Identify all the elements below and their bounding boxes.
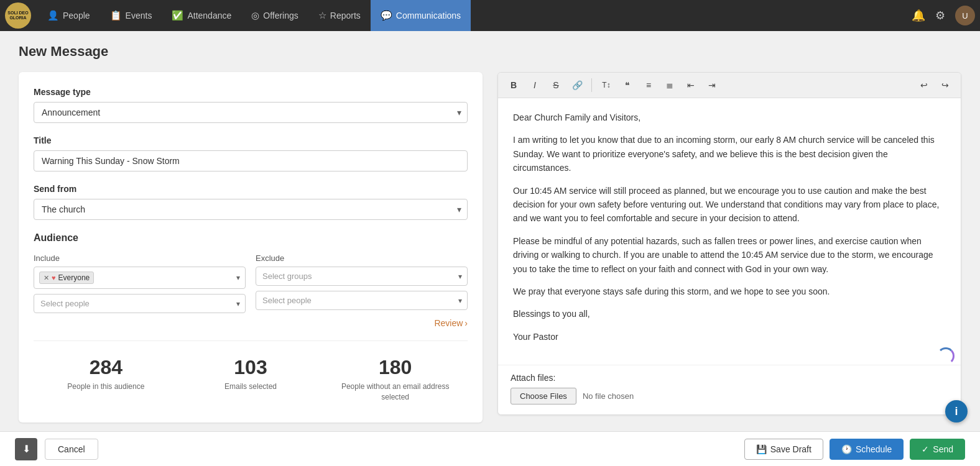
info-button[interactable]: i bbox=[945, 400, 968, 423]
reports-icon: ☆ bbox=[318, 10, 326, 21]
stat-no-email-label: People without an email address selected bbox=[328, 381, 463, 403]
link-button[interactable]: 🔗 bbox=[568, 76, 586, 94]
choose-files-button[interactable]: Choose Files bbox=[511, 388, 576, 404]
toolbar-right: ↩ ↪ bbox=[915, 76, 955, 94]
stat-emails: 103 Emails selected bbox=[178, 351, 323, 408]
offerings-icon: ◎ bbox=[251, 10, 259, 21]
exclude-groups-select[interactable]: Select groups bbox=[256, 267, 468, 286]
user-avatar[interactable]: U bbox=[955, 6, 975, 25]
bullet-list-button[interactable]: ≡ bbox=[639, 76, 658, 94]
indent-less-button[interactable]: ⇤ bbox=[682, 76, 700, 94]
attach-label: Attach files: bbox=[511, 373, 948, 383]
include-groups-select[interactable]: ✕ ♥ Everyone bbox=[34, 267, 246, 289]
editor-toolbar: B I S 🔗 T↕ ❝ ≡ ≣ ⇤ ⇥ ↩ ↪ bbox=[498, 73, 961, 98]
nav-item-events[interactable]: 📋 Events bbox=[100, 0, 162, 31]
title-input[interactable] bbox=[34, 150, 468, 171]
events-icon: 📋 bbox=[110, 10, 122, 21]
include-people-wrapper: Select people bbox=[34, 294, 246, 313]
stat-emails-count: 103 bbox=[183, 356, 318, 379]
clock-icon: 🕐 bbox=[841, 444, 852, 454]
review-link-container: Review › bbox=[34, 318, 468, 328]
stat-people-label: People in this audience bbox=[39, 381, 173, 392]
save-draft-button[interactable]: 💾 Save Draft bbox=[744, 439, 823, 460]
download-icon: ⬇ bbox=[22, 443, 30, 455]
page-wrapper: New Message Message type Announcement Ti… bbox=[0, 31, 980, 466]
italic-button[interactable]: I bbox=[525, 76, 544, 94]
send-from-group: Send from The church bbox=[34, 184, 468, 220]
people-icon: 👤 bbox=[47, 10, 59, 21]
stat-people: 284 People in this audience bbox=[34, 351, 178, 408]
editor-line-1: Dear Church Family and Visitors, bbox=[513, 111, 946, 124]
nav-item-reports[interactable]: ☆ Reports bbox=[308, 0, 371, 31]
editor-line-7: Your Pastor bbox=[513, 330, 946, 344]
send-from-select[interactable]: The church bbox=[34, 199, 468, 220]
review-link[interactable]: Review › bbox=[434, 318, 468, 328]
app-logo[interactable]: SOLI DEO GLORIA bbox=[5, 2, 31, 29]
exclude-people-select[interactable]: Select people bbox=[256, 291, 468, 310]
message-type-select-wrapper: Announcement bbox=[34, 102, 468, 123]
settings-gear-icon[interactable]: ⚙ bbox=[935, 9, 945, 22]
include-label: Include bbox=[34, 254, 246, 263]
bold-button[interactable]: B bbox=[504, 76, 523, 94]
schedule-button[interactable]: 🕐 Schedule bbox=[830, 439, 904, 460]
editor-line-2: I am writing to let you know that due to… bbox=[513, 133, 946, 175]
nav-item-offerings[interactable]: ◎ Offerings bbox=[241, 0, 308, 31]
communications-icon: 💬 bbox=[381, 10, 392, 21]
stat-emails-label: Emails selected bbox=[183, 381, 318, 392]
editor-line-4: Please be mindful of any potential hazar… bbox=[513, 234, 946, 276]
attach-section: Attach files: Choose Files No file chose… bbox=[498, 365, 961, 414]
title-group: Title bbox=[34, 135, 468, 171]
page-title: New Message bbox=[19, 43, 961, 60]
nav-item-people[interactable]: 👤 People bbox=[37, 0, 100, 31]
send-from-label: Send from bbox=[34, 184, 468, 194]
right-panel: B I S 🔗 T↕ ❝ ≡ ≣ ⇤ ⇥ ↩ ↪ Dear Church Fam… bbox=[497, 72, 961, 415]
bottom-bar: ⬇ Cancel 💾 Save Draft 🕐 Schedule ✓ Send bbox=[0, 431, 980, 466]
attendance-icon: ✅ bbox=[172, 10, 183, 21]
title-label: Title bbox=[34, 135, 468, 145]
stat-no-email: 180 People without an email address sele… bbox=[323, 351, 468, 408]
editor-line-6: Blessings to you all, bbox=[513, 307, 946, 321]
exclude-label: Exclude bbox=[256, 254, 468, 263]
nav-item-communications[interactable]: 💬 Communications bbox=[371, 0, 471, 31]
text-size-button[interactable]: T↕ bbox=[597, 76, 616, 94]
nav-item-attendance[interactable]: ✅ Attendance bbox=[162, 0, 241, 31]
undo-button[interactable]: ↩ bbox=[915, 76, 933, 94]
send-button[interactable]: ✓ Send bbox=[910, 439, 965, 460]
quote-button[interactable]: ❝ bbox=[618, 76, 637, 94]
notification-bell-icon[interactable]: 🔔 bbox=[912, 9, 925, 22]
message-type-select[interactable]: Announcement bbox=[34, 102, 468, 123]
exclude-column: Exclude Select groups Select people bbox=[256, 254, 468, 313]
stats-row: 284 People in this audience 103 Emails s… bbox=[34, 340, 468, 408]
numbered-list-button[interactable]: ≣ bbox=[660, 76, 679, 94]
strikethrough-button[interactable]: S bbox=[547, 76, 565, 94]
no-file-text: No file chosen bbox=[583, 391, 634, 401]
checkmark-icon: ✓ bbox=[922, 444, 929, 454]
heart-icon: ♥ bbox=[52, 274, 56, 281]
audience-group: Audience Include ✕ ♥ Everyone bbox=[34, 232, 468, 328]
main-grid: Message type Announcement Title Send fro… bbox=[19, 72, 961, 423]
stat-people-count: 284 bbox=[39, 356, 173, 379]
editor-line-3: Our 10:45 AM service will still proceed … bbox=[513, 184, 946, 226]
toolbar-separator-1 bbox=[591, 78, 592, 92]
download-button[interactable]: ⬇ bbox=[15, 438, 37, 460]
file-input-row: Choose Files No file chosen bbox=[511, 388, 948, 404]
exclude-groups-wrapper: Select groups bbox=[256, 267, 468, 286]
everyone-tag: ✕ ♥ Everyone bbox=[39, 272, 94, 284]
save-icon: 💾 bbox=[756, 444, 767, 454]
include-people-select[interactable]: Select people bbox=[34, 294, 246, 313]
audience-header: Audience bbox=[34, 232, 468, 244]
top-navigation: SOLI DEO GLORIA 👤 People 📋 Events ✅ Atte… bbox=[0, 0, 980, 31]
indent-more-button[interactable]: ⇥ bbox=[703, 76, 721, 94]
link-icon: 🔗 bbox=[572, 80, 583, 90]
editor-line-5: We pray that everyone stays safe during … bbox=[513, 285, 946, 298]
exclude-people-wrapper: Select people bbox=[256, 291, 468, 310]
include-column: Include ✕ ♥ Everyone Selec bbox=[34, 254, 246, 313]
editor-body[interactable]: Dear Church Family and Visitors, I am wr… bbox=[498, 98, 961, 365]
cancel-button[interactable]: Cancel bbox=[45, 439, 98, 460]
bottom-bar-left: ⬇ Cancel bbox=[15, 438, 98, 460]
chevron-right-icon: › bbox=[465, 318, 468, 328]
remove-everyone-icon[interactable]: ✕ bbox=[44, 274, 49, 282]
loading-spinner-icon bbox=[937, 347, 955, 365]
redo-button[interactable]: ↪ bbox=[936, 76, 955, 94]
message-type-group: Message type Announcement bbox=[34, 87, 468, 123]
